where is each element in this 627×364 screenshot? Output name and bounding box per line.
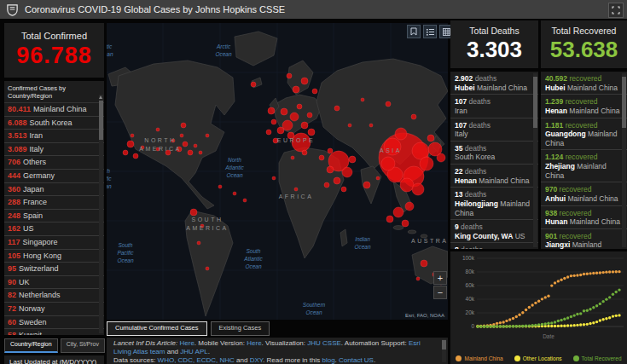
footer-segment[interactable]: Data sources:	[113, 356, 158, 364]
confirmed-row[interactable]: 58Kuwait	[4, 329, 104, 335]
confirmed-row[interactable]: 288France	[4, 196, 104, 210]
deaths-row[interactable]: 8 deaths Beijing Mainland China	[450, 243, 538, 249]
confirmed-row[interactable]: 105Hong Kong	[4, 250, 104, 263]
world-map[interactable]: Arctic Ocean Arctic Ocean North Pacific …	[107, 23, 448, 320]
recovered-row[interactable]: 901 recovered Jiangxi Mainland China	[541, 229, 627, 249]
recovered-row[interactable]: 970 recovered Anhui Mainland China	[541, 182, 627, 205]
chart-point	[618, 270, 620, 273]
chart-point	[608, 270, 611, 273]
scroll-up-icon[interactable]	[99, 95, 102, 99]
confirmed-row[interactable]: 95Switzerland	[4, 263, 104, 276]
recovered-row[interactable]: 40.592 recovered Hubei Mainland China	[541, 72, 627, 95]
scroll-thumb[interactable]	[533, 77, 537, 128]
zoom-out-button[interactable]: −	[433, 286, 447, 299]
recovered-unit: recovered	[566, 121, 598, 130]
chart-point	[483, 325, 485, 327]
footer-segment[interactable]: and	[165, 348, 180, 355]
confirmed-row[interactable]: 360Japan	[4, 183, 104, 197]
header-bar: Coronavirus COVID-19 Global Cases by Joh…	[0, 0, 627, 19]
footer-segment[interactable]: NHC	[220, 356, 235, 364]
recovered-list[interactable]: 40.592 recovered Hubei Mainland China 1.…	[541, 72, 627, 249]
recovered-scrollbar[interactable]	[622, 73, 626, 247]
footer-segment[interactable]: .	[208, 348, 210, 355]
chart-point	[563, 277, 566, 280]
recovered-row[interactable]: 1.239 recovered Henan Mainland China	[541, 95, 627, 118]
confirmed-row[interactable]: 80.411Mainland China	[4, 103, 104, 117]
total-recovered-panel: Total Recovered 53.638	[541, 20, 627, 68]
footer-scrollbar[interactable]	[442, 339, 446, 362]
cases-chart[interactable]: 020k40k60k80k100kDate	[450, 251, 627, 345]
confirmed-row[interactable]: 706Others	[4, 156, 104, 170]
legend-icon[interactable]	[423, 25, 437, 38]
deaths-row[interactable]: 9 deaths King County, WA US	[450, 220, 538, 243]
confirmed-row[interactable]: 72Norway	[4, 303, 104, 316]
footer-segment[interactable]: WHO	[158, 356, 175, 364]
deaths-row[interactable]: 107 deaths Italy	[450, 118, 538, 142]
footer-segment[interactable]: ECDC	[196, 356, 216, 364]
confirmed-row[interactable]: 3.513Iran	[4, 130, 104, 143]
footer-segment[interactable]: .	[374, 356, 375, 364]
scroll-thumb[interactable]	[442, 340, 446, 350]
footer-segment[interactable]: and	[235, 356, 250, 364]
confirmed-row[interactable]: 6.088South Korea	[4, 117, 104, 130]
legend-item[interactable]: Other Locations	[514, 355, 562, 361]
recovered-region: Anhui	[545, 194, 566, 203]
recovered-row[interactable]: 1.124 recovered Zhejiang Mainland China	[541, 150, 627, 182]
confirmed-scrollbar[interactable]	[99, 95, 103, 333]
recovered-row[interactable]: 1.181 recovered Guangdong Mainland China	[541, 118, 627, 151]
deaths-count: 13	[455, 190, 462, 199]
chart-point	[579, 323, 582, 326]
legend-item[interactable]: Total Recovered	[573, 355, 622, 361]
chart-point	[618, 314, 620, 316]
recovered-row[interactable]: 938 recovered Hunan Mainland China	[541, 206, 627, 229]
footer-segment[interactable]: . Visualization:	[262, 339, 308, 347]
confirmed-row[interactable]: 444Germany	[4, 170, 104, 183]
map-tab[interactable]: Existing Cases	[211, 321, 270, 336]
total-confirmed-title: Total Confirmed	[4, 31, 104, 41]
deaths-row[interactable]: 13 deaths Heilongjiang Mainland China	[450, 188, 538, 220]
footer-segment[interactable]: . Automation Support:	[341, 339, 409, 347]
svg-text:20k: 20k	[466, 309, 475, 315]
deaths-scrollbar[interactable]	[533, 73, 537, 247]
footer-segment[interactable]: blog	[322, 356, 334, 364]
confirmed-row[interactable]: 162US	[4, 222, 104, 236]
confirmed-count: 288	[8, 198, 20, 206]
svg-text:North: North	[228, 157, 241, 163]
confirmed-tab[interactable]: Country/Region	[4, 338, 58, 353]
expand-icon[interactable]	[608, 3, 624, 18]
confirmed-row[interactable]: 117Singapore	[4, 236, 104, 250]
legend-item[interactable]: Mainland China	[456, 355, 502, 361]
confirmed-count: 3.089	[8, 145, 27, 153]
scroll-thumb[interactable]	[99, 101, 103, 140]
deaths-row[interactable]: 35 deaths South Korea	[450, 142, 538, 165]
footer-segment[interactable]: . Mobile Version:	[194, 339, 247, 347]
footer-segment[interactable]: CDC	[178, 356, 193, 364]
confirmed-row[interactable]: 3.089Italy	[4, 143, 104, 157]
confirmed-row[interactable]: 90UK	[4, 276, 104, 290]
recovered-unit: recovered	[566, 97, 598, 106]
confirmed-list[interactable]: 80.411Mainland China 6.088South Korea 3.…	[4, 103, 104, 335]
footer-segment[interactable]: Here	[180, 339, 194, 347]
confirmed-row[interactable]: 82Netherlands	[4, 289, 104, 303]
zoom-in-button[interactable]: +	[433, 271, 447, 285]
confirmed-row[interactable]: 248Spain	[4, 210, 104, 223]
deaths-row[interactable]: 2.902 deaths Hubei Mainland China	[450, 72, 538, 95]
footer-segment[interactable]: JHU APL	[180, 348, 207, 355]
confirmed-row[interactable]: 60Sweden	[4, 316, 104, 330]
confirmed-tab[interactable]: City, St/Prov	[61, 338, 105, 353]
footer-segment[interactable]: Contact US	[339, 356, 374, 364]
map-tab[interactable]: Cumulative Confirmed Cases	[107, 321, 207, 336]
footer-segment[interactable]: DXY	[250, 356, 263, 364]
scroll-thumb[interactable]	[622, 77, 626, 128]
bookmark-icon[interactable]	[407, 25, 421, 38]
chart-point	[541, 323, 543, 326]
deaths-list[interactable]: 2.902 deaths Hubei Mainland China 107 de…	[450, 72, 538, 249]
confirmed-count: 60	[8, 318, 16, 326]
footer-segment[interactable]: . Read more in this	[263, 356, 322, 364]
deaths-row[interactable]: 22 deaths Henan Mainland China	[450, 165, 538, 188]
deaths-row[interactable]: 107 deaths Iran	[450, 95, 538, 118]
footer-segment[interactable]: JHU CSSE	[307, 339, 341, 347]
confirmed-count: 72	[8, 304, 16, 313]
footer-segment[interactable]: Here	[247, 339, 261, 347]
footer-segment[interactable]: Lancet Inf Dis Article:	[113, 339, 180, 347]
